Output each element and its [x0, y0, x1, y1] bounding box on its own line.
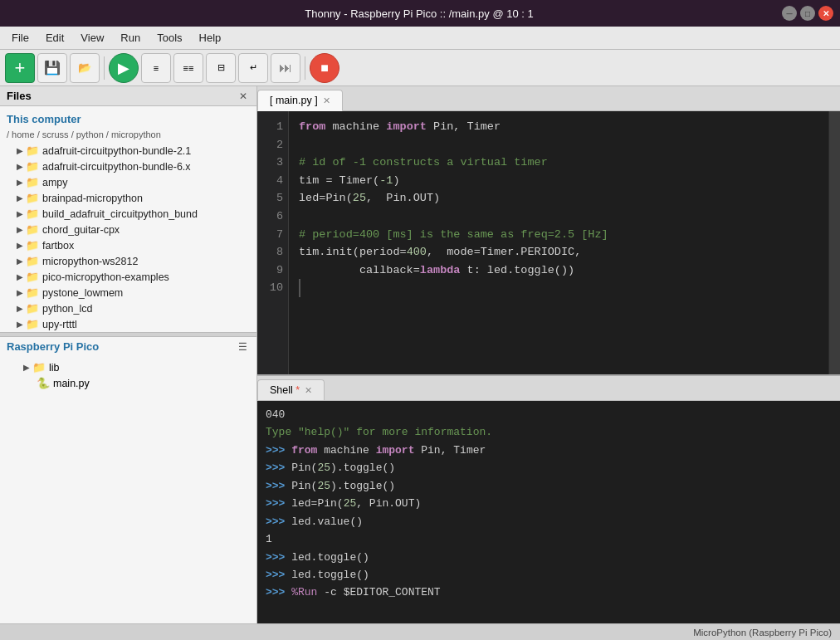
step-over-icon: ⏭: [279, 61, 292, 76]
menu-run[interactable]: Run: [112, 28, 149, 47]
rpi-main-py[interactable]: 🐍 main.py: [0, 375, 256, 391]
debug-2-icon: ≡≡: [183, 63, 194, 73]
load-button[interactable]: 📂: [70, 53, 100, 83]
menu-help[interactable]: Help: [191, 28, 230, 47]
folder-icon-ampy: 📁: [26, 176, 39, 188]
rpi-mainpy-label: main.py: [53, 378, 90, 389]
run-button[interactable]: ▶: [109, 53, 139, 83]
folder-ampy[interactable]: ▶ 📁 ampy: [0, 174, 256, 190]
shell-line-9: >>> %Run -c $EDITOR_CONTENT: [266, 584, 832, 601]
shell-line-1: >>> from machine import Pin, Timer: [266, 442, 832, 459]
add-icon: +: [15, 57, 26, 79]
rpi-menu-btn[interactable]: ☰: [236, 341, 250, 353]
line-num-3: 3: [262, 154, 283, 172]
tab-close-main-py[interactable]: ✕: [323, 95, 330, 106]
line-num-4: 4: [262, 172, 283, 190]
debug-3-icon: ⊟: [217, 62, 225, 73]
code-content[interactable]: from machine import Pin, Timer # id of -…: [289, 111, 828, 374]
menu-view[interactable]: View: [72, 28, 112, 47]
debug-button-3[interactable]: ⊟: [206, 53, 236, 83]
shell-line-help: Type "help()" for more information.: [266, 423, 832, 441]
folder-label-ws2812: micropython-ws2812: [42, 256, 138, 267]
expand-arrow-ampy: ▶: [17, 178, 23, 187]
folder-chord[interactable]: ▶ 📁 chord_guitar-cpx: [0, 222, 256, 237]
folder-icon-python-lcd: 📁: [26, 302, 39, 315]
this-computer-section[interactable]: This computer: [0, 110, 256, 129]
line-numbers: 1 2 3 4 5 6 7 8 9 10: [257, 111, 289, 374]
expand-arrow-1: ▶: [17, 146, 23, 155]
menu-tools[interactable]: Tools: [149, 28, 190, 47]
expand-arrow-pico: ▶: [17, 272, 23, 281]
py-file-icon: 🐍: [37, 377, 50, 389]
close-button[interactable]: ✕: [818, 6, 833, 21]
debug-button-1[interactable]: ≡: [141, 53, 171, 83]
folder-label-pystone: pystone_lowmem: [42, 287, 123, 299]
folder-label-python-lcd: python_lcd: [42, 303, 92, 315]
shell-line-3: >>> Pin(25).toggle(): [266, 477, 832, 495]
folder-pico-examples[interactable]: ▶ 📁 pico-micropython-examples: [0, 269, 256, 285]
editor-scrollbar[interactable]: [828, 111, 840, 374]
rpi-label[interactable]: Raspberry Pi Pico: [7, 340, 99, 353]
folder-fartbox[interactable]: ▶ 📁 fartbox: [0, 237, 256, 253]
menu-file[interactable]: File: [3, 28, 37, 47]
panel-header-controls: ✕: [237, 90, 250, 102]
code-editor[interactable]: 1 2 3 4 5 6 7 8 9 10 from machine import…: [257, 111, 840, 374]
file-tree-path: / home / scruss / python / micropython: [0, 129, 256, 143]
folder-build[interactable]: ▶ 📁 build_adafruit_circuitpython_bund: [0, 206, 256, 222]
debug-button-4[interactable]: ↵: [238, 53, 268, 83]
folder-icon-ws2812: 📁: [26, 255, 39, 267]
step-over-button[interactable]: ⏭: [271, 53, 300, 83]
folder-icon-upy: 📁: [26, 318, 39, 330]
shell-tab-close[interactable]: ✕: [305, 385, 312, 396]
folder-pystone[interactable]: ▶ 📁 pystone_lowmem: [0, 285, 256, 300]
files-panel-header: Files ✕: [0, 86, 256, 106]
folder-label-ampy: ampy: [42, 177, 68, 188]
line-num-1: 1: [262, 118, 283, 136]
shell-tab[interactable]: Shell * ✕: [257, 379, 325, 400]
folder-brainpad[interactable]: ▶ 📁 brainpad-micropython: [0, 190, 256, 206]
shell-tab-modified: *: [295, 384, 300, 396]
folder-adafruit-1[interactable]: ▶ 📁 adafruit-circuitpython-bundle-2.1: [0, 143, 256, 159]
folder-micropython-ws2812[interactable]: ▶ 📁 micropython-ws2812: [0, 253, 256, 269]
files-close-button[interactable]: ✕: [237, 90, 250, 102]
folder-label-brainpad: brainpad-micropython: [42, 193, 143, 204]
folder-upy[interactable]: ▶ 📁 upy-rtttl: [0, 316, 256, 332]
menu-edit[interactable]: Edit: [37, 28, 72, 47]
save-button[interactable]: 💾: [37, 53, 67, 83]
debug-button-2[interactable]: ≡≡: [173, 53, 203, 83]
folder-icon-pico: 📁: [26, 271, 39, 283]
tab-label-main-py: [ main.py ]: [270, 95, 318, 106]
maximize-button[interactable]: □: [800, 6, 815, 21]
line-num-9: 9: [262, 261, 283, 280]
folder-python-lcd[interactable]: ▶ 📁 python_lcd: [0, 300, 256, 316]
title-bar-title: Thonny - Raspberry Pi Pico :: /main.py @…: [56, 7, 782, 20]
tab-main-py[interactable]: [ main.py ] ✕: [257, 90, 343, 111]
status-bar: MicroPython (Raspberry Pi Pico): [0, 623, 840, 640]
shell-content[interactable]: 040 Type "help()" for more information. …: [257, 401, 840, 623]
rpi-lib-folder[interactable]: ▶ 📁 lib: [0, 359, 256, 375]
shell-line-8: >>> led.toggle(): [266, 566, 832, 584]
main-area: Files ✕ This computer / home / scruss / …: [0, 86, 840, 623]
folder-label-fartbox: fartbox: [42, 240, 74, 252]
debug-4-icon: ↵: [250, 62, 257, 73]
expand-arrow-lib: ▶: [23, 363, 30, 372]
line-num-6: 6: [262, 208, 283, 226]
folder-adafruit-2[interactable]: ▶ 📁 adafruit-circuitpython-bundle-6.x: [0, 159, 256, 174]
title-bar: Thonny - Raspberry Pi Pico :: /main.py @…: [0, 0, 840, 27]
folder-label-2: adafruit-circuitpython-bundle-6.x: [42, 161, 191, 173]
new-file-button[interactable]: +: [5, 53, 35, 83]
expand-arrow-python-lcd: ▶: [17, 304, 23, 313]
rpi-tree: ▶ 📁 lib 🐍 main.py: [0, 356, 256, 394]
folder-label-1: adafruit-circuitpython-bundle-2.1: [42, 145, 191, 157]
folder-icon-pystone: 📁: [26, 286, 39, 299]
expand-arrow-upy: ▶: [17, 320, 23, 329]
debug-1-icon: ≡: [154, 63, 159, 73]
line-num-8: 8: [262, 243, 283, 261]
folder-icon-fartbox: 📁: [26, 239, 39, 252]
menu-bar: File Edit View Run Tools Help: [0, 27, 840, 50]
stop-button[interactable]: ■: [310, 53, 339, 83]
toolbar-separator-2: [305, 56, 305, 80]
folder-icon-brainpad: 📁: [26, 192, 39, 204]
shell-line-040: 040: [266, 406, 832, 423]
minimize-button[interactable]: ─: [782, 6, 797, 21]
